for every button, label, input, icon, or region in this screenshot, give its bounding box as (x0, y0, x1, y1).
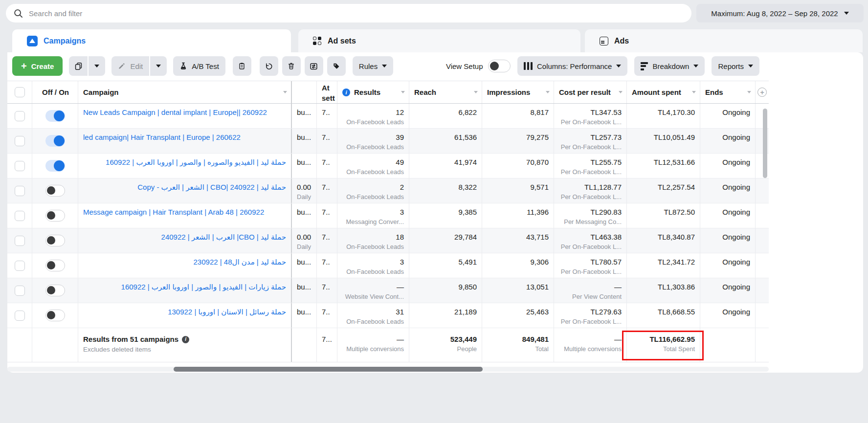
header-cost-per-result[interactable]: Cost per result (554, 81, 627, 103)
header-budget[interactable] (292, 81, 317, 103)
cpr-type: Per Messaging Co... (559, 217, 622, 226)
undo-button[interactable] (260, 56, 278, 76)
campaign-row: Message campaign | Hair Transplant | Ara… (7, 203, 769, 228)
budget-value: bu... (297, 282, 312, 292)
duplicate-button[interactable] (69, 56, 88, 76)
campaign-toggle[interactable] (45, 135, 65, 147)
sort-caret-icon (619, 91, 623, 93)
header-reach[interactable]: Reach (409, 81, 482, 103)
toggle-knob (47, 286, 55, 294)
select-all-checkbox[interactable] (15, 87, 25, 97)
horizontal-scrollbar (7, 367, 769, 372)
campaign-toggle[interactable] (45, 235, 65, 246)
vertical-scrollbar-thumb[interactable] (763, 109, 767, 178)
view-setup-label: View Setup (446, 62, 483, 70)
header-ends[interactable]: Ends (700, 81, 756, 103)
campaign-link[interactable]: حملة ليد | CBO| العرب | الشعر | 240922 (83, 232, 286, 242)
campaign-link[interactable]: حملة رسائل | الاسنان | اوروبا | 130922 (83, 307, 286, 317)
cpr-value: TL1,128.77 (559, 182, 622, 192)
tab-adsets[interactable]: Ad sets (298, 29, 580, 52)
row-checkbox[interactable] (15, 311, 25, 321)
tab-campaigns[interactable]: Campaigns (12, 29, 291, 52)
campaign-link[interactable]: Message campaign | Hair Transplant | Ara… (83, 207, 286, 217)
tab-campaigns-label: Campaigns (44, 37, 86, 45)
reports-button[interactable]: Reports (712, 56, 759, 76)
attribution-button[interactable] (305, 56, 323, 76)
row-checkbox[interactable] (15, 236, 25, 246)
chevron-down-icon (382, 65, 387, 67)
row-checkbox[interactable] (15, 261, 25, 271)
campaign-link[interactable]: New Leads Campaign | dental implant | Eu… (83, 107, 286, 117)
tab-ads[interactable]: Ads (585, 29, 863, 52)
impressions-value: 13,051 (487, 282, 549, 292)
campaign-toggle[interactable] (45, 110, 65, 122)
ab-test-button[interactable]: A/B Test (173, 56, 225, 76)
campaign-row: حملة ليد | CBO| العرب | الشعر | 2409220.… (7, 228, 769, 253)
campaign-toggle[interactable] (45, 185, 65, 197)
toggle-cell (32, 228, 78, 253)
columns-button[interactable]: Columns: Performance (517, 56, 628, 76)
cost-per-result-cell: TL347.53Per On-Facebook L... (554, 104, 627, 128)
ends-cell: Ongoing (700, 278, 756, 303)
results-cell: 31On-Facebook Leads (337, 303, 409, 328)
footer-impressions-cell: 849,481Total (482, 328, 554, 362)
footer-spacer (32, 328, 78, 362)
view-setup-toggle[interactable] (488, 60, 511, 72)
spent-value: TL1,303.86 (632, 282, 695, 292)
spacer-cell (756, 278, 769, 303)
tag-button[interactable] (327, 56, 346, 76)
results-type: Website View Cont... (342, 292, 404, 301)
rules-button[interactable]: Rules (353, 56, 393, 76)
campaign-link[interactable]: led campaign| Hair Transplant | Europe |… (83, 132, 286, 142)
edit-button[interactable]: Edit (111, 56, 149, 76)
cpr-value: TL780.57 (559, 257, 622, 267)
row-checkbox[interactable] (15, 136, 25, 146)
header-at-sett[interactable]: Atsett (317, 81, 337, 103)
create-button[interactable]: + Create (12, 56, 63, 76)
campaign-toggle[interactable] (45, 160, 65, 172)
add-column-icon[interactable]: + (757, 88, 767, 97)
campaign-toggle[interactable] (45, 210, 65, 222)
campaign-link[interactable]: حملة زيارات | الفيديو | والصور | اوروبا … (83, 282, 286, 292)
plus-icon: + (21, 61, 27, 71)
header-campaign[interactable]: Campaign (78, 81, 292, 103)
campaign-toggle[interactable] (45, 310, 65, 321)
header-impressions[interactable]: Impressions (482, 81, 554, 103)
header-amount-spent[interactable]: Amount spent (627, 81, 700, 103)
cpr-type: Per On-Facebook L... (559, 317, 622, 326)
toggle-knob (47, 186, 55, 195)
edit-menu-button[interactable] (150, 56, 167, 76)
clipboard-button[interactable] (233, 56, 251, 76)
row-checkbox[interactable] (15, 211, 25, 221)
impressions-cell: 8,817 (482, 104, 554, 128)
campaign-link[interactable]: حملة ليد | مدن ال48 | 230922 (83, 257, 286, 267)
results-cell: 39On-Facebook Leads (337, 129, 409, 153)
cost-per-result-cell: —Per View Content (554, 278, 627, 303)
row-checkbox[interactable] (15, 286, 25, 296)
spent-value: TL12,531.66 (632, 157, 695, 167)
cost-per-result-cell: TL780.57Per On-Facebook L... (554, 253, 627, 278)
results-type: On-Facebook Leads (342, 192, 404, 201)
date-range-selector[interactable]: Maximum: Aug 8, 2022 – Sep 28, 2022 (696, 4, 864, 22)
header-results[interactable]: iResults (337, 81, 409, 103)
toggle-cell (32, 178, 78, 203)
campaign-row: New Leads Campaign | dental implant | Eu… (7, 104, 769, 129)
footer-at-cell: 7... (317, 328, 337, 362)
at-sett-cell: 7.. (317, 178, 337, 203)
footer-spent-cell: TL116,662.95Total Spent (627, 328, 700, 362)
breakdown-button[interactable]: Breakdown (634, 56, 705, 76)
row-checkbox[interactable] (15, 186, 25, 196)
campaign-toggle[interactable] (45, 285, 65, 296)
duplicate-menu-button[interactable] (89, 56, 105, 76)
campaign-link[interactable]: حملة ليد | الفيديو والصوره | والصور | او… (83, 157, 286, 167)
campaign-toggle[interactable] (45, 260, 65, 271)
cost-per-result-cell: TL463.38Per On-Facebook L... (554, 228, 627, 253)
campaign-link[interactable]: حملة ليد | CBO| 240922 | الشعر | العرب -… (83, 182, 286, 192)
horizontal-scrollbar-thumb[interactable] (174, 367, 483, 372)
delete-button[interactable] (282, 56, 301, 76)
compare-arrows-icon (310, 62, 318, 70)
row-checkbox[interactable] (15, 161, 25, 171)
search-input[interactable]: Search and filter (6, 4, 691, 22)
row-checkbox[interactable] (15, 111, 25, 121)
spent-value: TL4,170.30 (632, 107, 695, 117)
